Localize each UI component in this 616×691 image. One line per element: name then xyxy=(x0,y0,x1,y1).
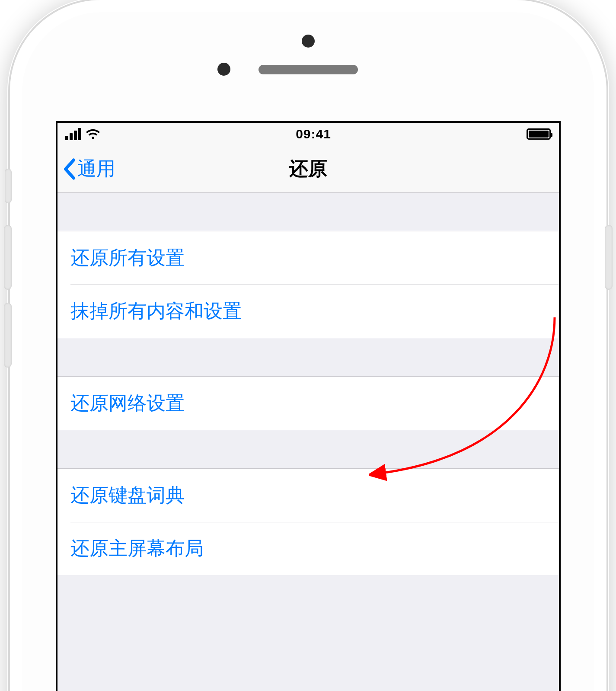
volume-up-button xyxy=(4,225,12,290)
mute-switch xyxy=(5,169,12,203)
group-spacer xyxy=(57,338,559,376)
earpiece-speaker-icon xyxy=(259,65,358,74)
reset-home-layout[interactable]: 还原主屏幕布局 xyxy=(57,522,559,575)
status-bar: 09:41 xyxy=(57,123,559,145)
chevron-left-icon xyxy=(63,158,76,180)
status-time: 09:41 xyxy=(296,127,331,141)
screen: 09:41 通用 还原 还原所有设置 抹掉所有 xyxy=(56,121,561,691)
group-spacer xyxy=(57,430,559,468)
group-spacer xyxy=(57,193,559,231)
page-title: 还原 xyxy=(289,156,327,182)
reset-all-settings[interactable]: 还原所有设置 xyxy=(57,231,559,285)
front-sensor-icon xyxy=(302,35,315,48)
settings-list: 还原所有设置 抹掉所有内容和设置 还原网络设置 还原键盘词典 还原主屏幕布局 xyxy=(57,193,559,575)
reset-keyboard-dict[interactable]: 还原键盘词典 xyxy=(57,468,559,522)
nav-bar: 通用 还原 xyxy=(57,145,559,193)
volume-down-button xyxy=(4,303,12,368)
cellular-signal-icon xyxy=(65,128,81,140)
cell-label: 还原网络设置 xyxy=(70,392,185,413)
erase-all-content[interactable]: 抹掉所有内容和设置 xyxy=(57,285,559,338)
cell-label: 还原主屏幕布局 xyxy=(70,537,204,559)
phone-frame: 09:41 通用 还原 还原所有设置 抹掉所有 xyxy=(10,0,606,691)
back-label: 通用 xyxy=(77,156,115,182)
front-camera-icon xyxy=(217,63,230,76)
cell-label: 抹掉所有内容和设置 xyxy=(70,300,242,321)
power-button xyxy=(605,225,613,290)
back-button[interactable]: 通用 xyxy=(57,156,115,182)
wifi-icon xyxy=(86,129,100,139)
reset-network-settings[interactable]: 还原网络设置 xyxy=(57,376,559,430)
cell-label: 还原键盘词典 xyxy=(70,484,185,505)
cell-label: 还原所有设置 xyxy=(70,247,185,268)
battery-icon xyxy=(527,128,551,140)
